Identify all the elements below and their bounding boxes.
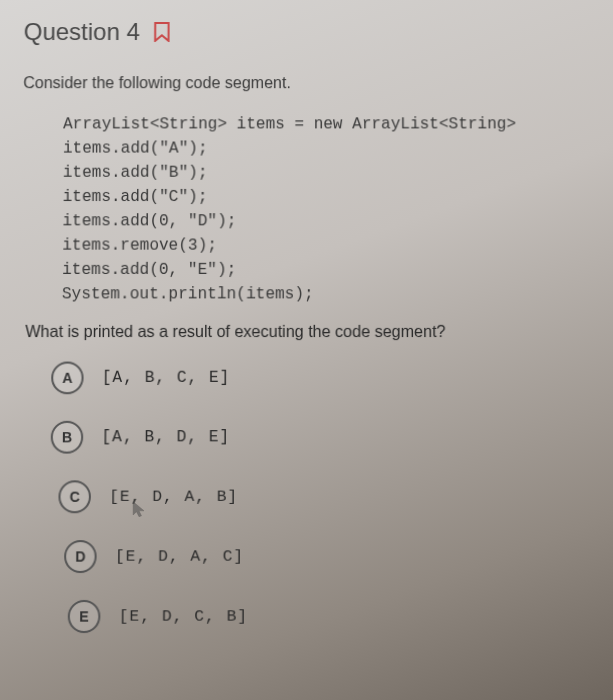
question-title: Question 4 <box>24 18 140 46</box>
choice-a[interactable]: A [A, B, C, E] <box>51 362 592 395</box>
choice-letter: D <box>64 540 97 573</box>
choice-text: [E, D, C, B] <box>119 608 249 625</box>
cursor-icon <box>130 500 148 520</box>
question-header: Question 4 <box>24 18 590 46</box>
choice-letter: A <box>51 362 84 395</box>
choice-b[interactable]: B [A, B, D, E] <box>51 421 593 454</box>
choice-text: [E, D, A, C] <box>115 548 244 565</box>
bookmark-icon[interactable] <box>154 22 170 42</box>
question-container: Question 4 Consider the following code s… <box>0 0 613 679</box>
choice-letter: B <box>51 421 84 454</box>
choice-text: [A, B, D, E] <box>101 428 230 446</box>
choice-text: [A, B, C, E] <box>102 369 231 387</box>
choice-e[interactable]: E [E, D, C, B] <box>68 600 595 633</box>
code-segment: ArrayList<String> items = new ArrayList<… <box>62 112 592 306</box>
choice-d[interactable]: D [E, D, A, C] <box>64 540 594 573</box>
choices-list: A [A, B, C, E] B [A, B, D, E] C [E, D, A… <box>49 362 594 634</box>
prompt-text: Consider the following code segment. <box>23 74 590 92</box>
choice-letter: C <box>58 480 91 513</box>
question-text: What is printed as a result of executing… <box>25 323 592 341</box>
choice-text: [E, D, A, B] <box>109 488 238 505</box>
choice-letter: E <box>68 600 101 633</box>
